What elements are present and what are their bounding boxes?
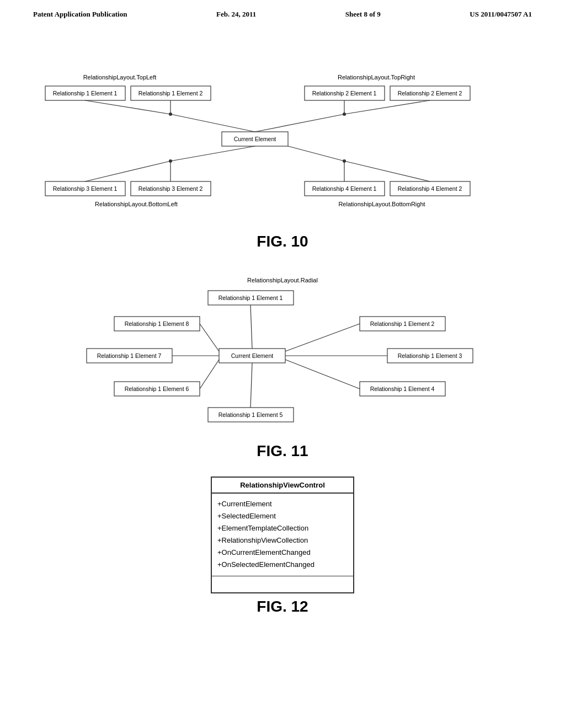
uml-class-box: RelationshipViewControl +CurrentElement … [211,477,354,593]
node-current-element-11: Current Element [231,352,274,359]
node-11-rel1e2: Relationship 1 Element 2 [370,320,435,327]
fig12-diagram: RelationshipViewControl +CurrentElement … [0,477,565,593]
attr-5: +OnCurrentElementChanged [217,547,348,559]
uml-class-header: RelationshipViewControl [212,478,353,494]
line-rel4e2-dot [344,161,430,181]
attr-1: +CurrentElement [217,498,348,510]
fig10-svg: RelationshipLayout.TopLeft RelationshipL… [34,24,531,228]
line-dot-tr-current [255,114,344,132]
fig11-diagram: RelationshipLayout.Radial Current Elemen… [0,267,565,438]
node-11-rel1e8: Relationship 1 Element 8 [125,320,189,327]
attr-4: +RelationshipViewCollection [217,534,348,547]
node-rel1e2: Relationship 1 Element 2 [138,90,203,97]
node-rel4e2: Relationship 4 Element 2 [398,185,462,192]
label-radial: RelationshipLayout.Radial [247,277,318,283]
node-11-rel1e3: Relationship 1 Element 3 [398,352,462,359]
node-11-rel1e7: Relationship 1 Element 7 [97,352,162,359]
line-rel3e1-dot [85,161,170,181]
figure-10-section: RelationshipLayout.TopLeft RelationshipL… [0,24,565,250]
node-rel4e1: Relationship 4 Element 1 [312,185,377,192]
node-11-rel1e1: Relationship 1 Element 1 [218,295,283,301]
node-rel3e2: Relationship 3 Element 2 [138,185,203,192]
header-sheet: Sheet 8 of 9 [345,10,381,19]
line-rel1e1-dot [85,100,170,114]
header-right: US 2011/0047507 A1 [470,10,532,19]
line-11-e2 [285,324,360,351]
line-11-e8 [200,324,219,351]
line-11-e6 [200,360,219,389]
node-rel2e2: Relationship 2 Element 2 [398,90,462,97]
line-dot-tl-current [170,114,255,132]
header-center: Feb. 24, 2011 [216,10,256,19]
fig11-caption: FIG. 11 [0,442,565,460]
attr-6: +OnSelectedElementChanged [217,559,348,571]
patent-header: Patent Application Publication Feb. 24, … [0,0,565,24]
node-current-element-10: Current Element [234,136,276,142]
uml-class-body: +CurrentElement +SelectedElement +Elemen… [212,494,353,576]
line-rel2e2-dot [344,100,430,114]
label-bottomleft: RelationshipLayout.BottomLeft [95,201,178,207]
node-11-rel1e6: Relationship 1 Element 6 [125,386,189,392]
header-left: Patent Application Publication [33,10,127,19]
figure-11-section: RelationshipLayout.Radial Current Elemen… [0,267,565,460]
line-11-e5 [250,363,252,408]
figure-12-section: RelationshipViewControl +CurrentElement … [0,477,565,615]
label-topright: RelationshipLayout.TopRight [338,74,415,81]
label-bottomright: RelationshipLayout.BottomRight [338,201,425,207]
class-name: RelationshipViewControl [240,481,325,489]
node-rel1e1: Relationship 1 Element 1 [53,90,118,97]
attr-3: +ElementTemplateCollection [217,522,348,534]
fig11-svg: RelationshipLayout.Radial Current Elemen… [34,267,531,438]
node-rel3e1: Relationship 3 Element 1 [53,185,118,192]
label-topleft: RelationshipLayout.TopLeft [83,74,157,81]
line-11-e4 [285,360,360,389]
fig10-caption: FIG. 10 [0,233,565,250]
attr-2: +SelectedElement [217,510,348,522]
fig12-caption: FIG. 12 [0,598,565,615]
uml-class-footer [212,576,353,592]
node-11-rel1e4: Relationship 1 Element 4 [370,386,435,392]
node-rel2e1: Relationship 2 Element 1 [312,90,377,97]
line-dot-bl-current [170,146,255,161]
node-11-rel1e5: Relationship 1 Element 5 [218,411,283,418]
fig10-diagram: RelationshipLayout.TopLeft RelationshipL… [0,24,565,228]
line-11-e1 [250,305,252,349]
line-dot-br-current [288,146,344,161]
